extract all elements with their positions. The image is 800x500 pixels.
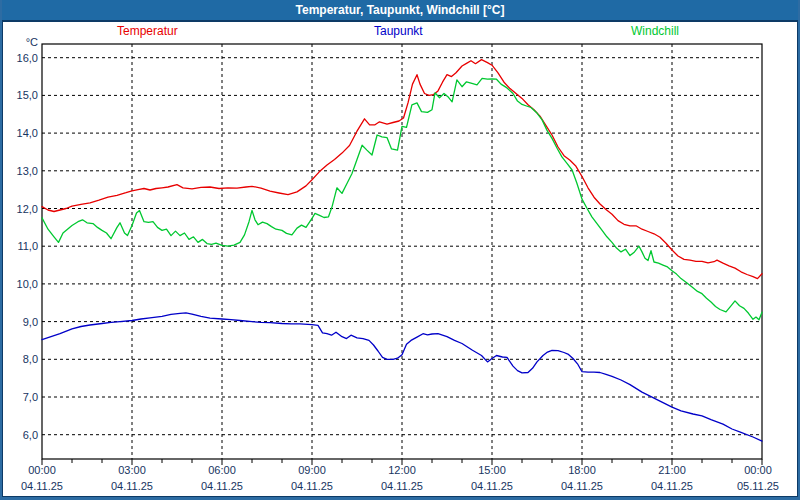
y-axis-unit-label: °C xyxy=(14,36,38,48)
x-tick-time-label: 21:00 xyxy=(658,464,686,476)
x-tick-date-label: 04.11.25 xyxy=(21,480,63,492)
y-tick-label: 10,0 xyxy=(17,278,38,290)
chart-canvas: 16,015,014,013,012,011,010,09,08,07,06,0… xyxy=(2,0,800,500)
y-tick-label: 9,0 xyxy=(23,316,38,328)
chart-window: Temperatur, Taupunkt, Windchill [°C] Tem… xyxy=(0,0,800,500)
x-tick-date-label: 04.11.25 xyxy=(111,480,153,492)
x-tick-time-label: 12:00 xyxy=(388,464,416,476)
x-tick-date-label: 05.11.25 xyxy=(737,480,779,492)
x-tick-time-label: 06:00 xyxy=(208,464,236,476)
x-tick-date-label: 04.11.25 xyxy=(651,480,693,492)
y-tick-label: 7,0 xyxy=(23,391,38,403)
x-tick-date-label: 04.11.25 xyxy=(291,480,333,492)
x-tick-time-label: 03:00 xyxy=(118,464,146,476)
x-tick-time-label: 00:00 xyxy=(744,464,772,476)
x-axis-labels: 00:0004.11.2503:0004.11.2506:0004.11.250… xyxy=(21,464,779,492)
y-tick-label: 13,0 xyxy=(17,165,38,177)
y-tick-label: 12,0 xyxy=(17,203,38,215)
y-tick-label: 15,0 xyxy=(17,89,38,101)
y-tick-label: 6,0 xyxy=(23,429,38,441)
x-tick-date-label: 04.11.25 xyxy=(471,480,513,492)
x-tick-date-label: 04.11.25 xyxy=(561,480,603,492)
x-tick-time-label: 09:00 xyxy=(298,464,326,476)
y-tick-label: 11,0 xyxy=(17,240,38,252)
x-tick-time-label: 15:00 xyxy=(478,464,506,476)
x-tick-date-label: 04.11.25 xyxy=(201,480,243,492)
x-tick-time-label: 18:00 xyxy=(568,464,596,476)
gridlines xyxy=(42,44,762,459)
y-tick-label: 14,0 xyxy=(17,127,38,139)
legend-item-windchill: Windchill xyxy=(631,24,679,38)
y-tick-label: 8,0 xyxy=(23,353,38,365)
legend-item-temperatur: Temperatur xyxy=(117,24,178,38)
legend-item-taupunkt: Taupunkt xyxy=(374,24,423,38)
y-tick-label: 16,0 xyxy=(17,52,38,64)
x-tick-date-label: 04.11.25 xyxy=(381,480,423,492)
x-tick-time-label: 00:00 xyxy=(28,464,56,476)
y-axis-labels: 16,015,014,013,012,011,010,09,08,07,06,0 xyxy=(17,52,38,441)
